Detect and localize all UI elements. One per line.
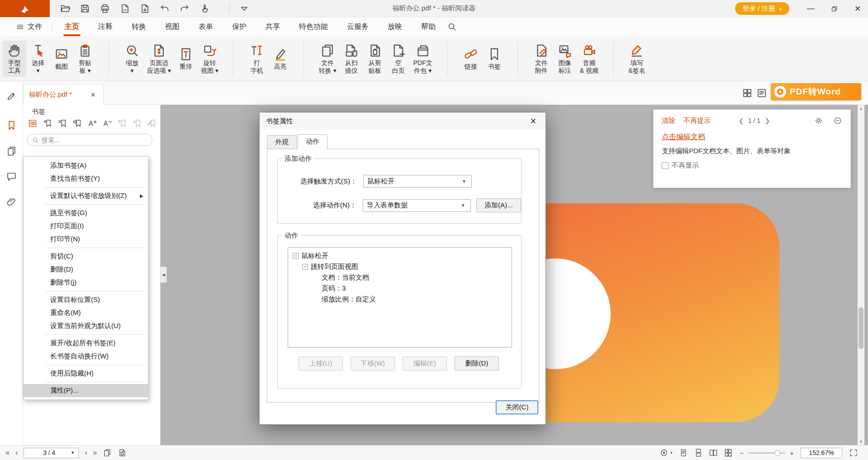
context-menu-item[interactable]: 设置默认书签缩放级别(Z) ▶ <box>24 189 148 202</box>
ribbon-tool[interactable]: 旋转 视图 ▾ <box>198 41 222 77</box>
clip-doc-icon[interactable] <box>118 448 127 457</box>
context-menu-item[interactable]: 长书签自动换行(W) <box>24 350 148 363</box>
context-menu-item[interactable]: 打印节(N) <box>24 233 148 246</box>
ribbon-tool[interactable]: 图像 标注 <box>553 41 577 77</box>
zoom-in-button[interactable]: + <box>790 449 794 457</box>
flag-up-icon[interactable] <box>117 118 127 128</box>
page-number-input[interactable]: 3 / 4 ▼ <box>24 448 79 458</box>
facing-icon[interactable] <box>709 448 718 457</box>
minimize-button[interactable]: — <box>804 2 817 15</box>
dont-show-checkbox[interactable] <box>662 162 669 169</box>
quick-access-button[interactable]: ▾ <box>119 3 130 14</box>
a-plus-icon[interactable] <box>87 118 97 128</box>
page-caret-icon[interactable]: ▼ <box>71 451 75 455</box>
ribbon-tool[interactable]: 链接 <box>459 44 483 73</box>
action-tree-node[interactable]: − 鼠标松开 <box>290 250 510 261</box>
paperclip-icon[interactable] <box>6 196 17 207</box>
continuous-icon[interactable] <box>694 448 703 457</box>
fullscreen-icon[interactable] <box>849 448 858 457</box>
bookmark-search-input[interactable] <box>42 136 147 144</box>
action-tree-node[interactable]: 页码：3 <box>290 283 510 294</box>
tab-close-icon[interactable]: ✕ <box>88 90 98 100</box>
ribbon-tool[interactable]: 填写 &签名 <box>625 41 649 77</box>
first-page-button[interactable]: « <box>5 449 9 456</box>
context-menu-item[interactable]: 属性(P)... <box>24 384 148 397</box>
bookmark-flag-icon[interactable] <box>6 120 17 131</box>
quick-access-button[interactable]: ▾ <box>239 3 250 14</box>
dialog-tab[interactable]: 外观 <box>267 135 297 149</box>
ribbon-tool[interactable]: 空 白页 <box>387 41 410 77</box>
action-button[interactable]: 删除(D) <box>455 357 499 371</box>
ribbon-tool[interactable] <box>506 39 530 79</box>
prev-page-button[interactable]: ‹ <box>15 449 18 456</box>
quick-access-button[interactable]: ▾ <box>80 3 90 14</box>
panel-collapse-handle[interactable]: ◀ <box>161 267 167 283</box>
facing-continuous-icon[interactable] <box>724 448 733 457</box>
zoom-out-button[interactable]: − <box>740 449 744 457</box>
page-panel-icon[interactable] <box>756 88 767 99</box>
menu-item[interactable]: 保护 <box>223 17 256 36</box>
bookmark-search-box[interactable] <box>27 134 152 146</box>
action-button[interactable]: 上移(U) <box>299 357 343 371</box>
action-button[interactable]: 编辑(E) <box>403 357 447 371</box>
single-page-icon[interactable] <box>679 448 688 457</box>
tree-collapse-icon[interactable]: − <box>293 253 299 259</box>
action-tree[interactable]: − 鼠标松开 − 跳转到页面视图 文档：当前文档 页码：3 <box>288 247 512 347</box>
ribbon-tool[interactable]: 文件 转换 ▾ <box>316 41 340 77</box>
zoom-slider-track[interactable] <box>748 452 785 454</box>
context-menu-item[interactable]: 重命名(M) <box>24 306 148 319</box>
quick-access-button[interactable]: ▾ <box>100 3 110 14</box>
flag-search-icon[interactable] <box>72 118 82 128</box>
flag-plus-icon[interactable] <box>43 118 52 128</box>
ribbon-tool[interactable]: 从扫 描仪 <box>340 41 363 77</box>
ribbon-tool[interactable]: 页面适 应选项 ▾ <box>144 41 174 77</box>
menu-item[interactable]: 注释 <box>89 17 122 36</box>
flag-edit-icon[interactable] <box>147 118 157 128</box>
document-tab[interactable]: 福昕办公.pdf * ✕ <box>23 84 104 105</box>
close-button[interactable]: ✕ <box>851 2 864 15</box>
ribbon-tool[interactable]: 重排 <box>174 44 198 73</box>
action-select[interactable]: 导入表单数据 ▼ <box>363 199 471 212</box>
context-menu-item[interactable]: 删除(D) <box>24 263 148 276</box>
list-icon[interactable] <box>28 118 38 128</box>
context-menu-item[interactable]: 使用后隐藏(H) <box>24 367 148 380</box>
vertical-scrollbar[interactable]: ▲ ▼ <box>858 105 864 445</box>
dialog-close-icon[interactable]: ✕ <box>527 116 539 127</box>
pager-next-icon[interactable]: ❯ <box>765 117 770 124</box>
ribbon-tool[interactable] <box>222 39 245 79</box>
quick-access-button[interactable]: ▾ <box>199 3 210 14</box>
scroll-up-icon[interactable]: ▲ <box>858 105 864 112</box>
flag-x-icon[interactable] <box>57 118 67 128</box>
collapse-panel-icon[interactable] <box>833 116 842 125</box>
ribbon-tool[interactable]: 截图 <box>50 44 73 73</box>
action-tree-node[interactable]: 文档：当前文档 <box>290 272 510 283</box>
quick-access-button[interactable]: ▾ <box>139 3 150 14</box>
menu-item[interactable]: 转换 <box>122 17 156 36</box>
ribbon-tool[interactable]: 音频 & 视频 <box>577 41 602 77</box>
ribbon-tool[interactable]: 剪贴 板 ▾ <box>73 41 97 77</box>
ribbon-tool[interactable]: 高亮 <box>269 44 292 73</box>
context-menu-item[interactable]: 剪切(C) <box>24 250 148 263</box>
comment-icon[interactable] <box>6 171 17 182</box>
add-action-button[interactable]: 添加(A)... <box>476 198 521 212</box>
menu-item[interactable]: 文件 <box>6 17 52 36</box>
ribbon-tool[interactable]: 手型 工具 <box>3 41 26 77</box>
context-menu-item[interactable]: 设置当前外观为默认(U) <box>24 319 148 333</box>
pages-icon[interactable] <box>103 448 112 457</box>
menu-item[interactable]: 云服务 <box>337 17 378 36</box>
a-minus-icon[interactable] <box>102 118 112 128</box>
menu-item[interactable]: 放映 <box>378 17 412 36</box>
menu-item[interactable]: 主页 <box>55 17 89 36</box>
dialog-close-button[interactable]: 关闭(C) <box>496 400 538 414</box>
menu-item[interactable]: 共享 <box>256 17 289 36</box>
ribbon-tool[interactable] <box>97 39 120 79</box>
quick-access-button[interactable]: ▾ <box>179 3 190 14</box>
ribbon-tool[interactable]: PDF文 件包 ▾ <box>410 41 436 77</box>
context-menu-item[interactable]: 查找当前书签(Y) <box>24 172 148 185</box>
menu-item[interactable]: 帮助 <box>412 17 445 36</box>
pager-prev-icon[interactable]: ❮ <box>739 117 744 124</box>
login-button[interactable]: 登录 / 注册 ∨ <box>735 2 789 15</box>
menu-item[interactable]: 视图 <box>156 17 189 36</box>
context-menu-item[interactable]: 删除节(j) <box>24 276 148 289</box>
pages-icon[interactable] <box>6 146 17 157</box>
